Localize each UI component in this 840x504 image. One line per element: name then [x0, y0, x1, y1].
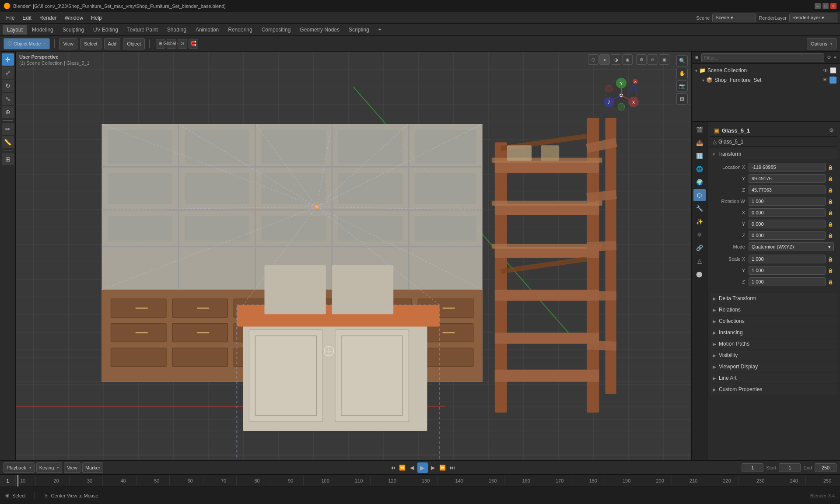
- world-props-btn[interactable]: 🌍: [693, 176, 706, 188]
- rotation-w-lock[interactable]: 🔒: [827, 198, 834, 205]
- location-x-lock[interactable]: 🔒: [827, 164, 834, 171]
- solid-mode-btn[interactable]: ●: [599, 54, 610, 65]
- tab-animation[interactable]: Animation: [191, 25, 223, 35]
- options-button[interactable]: Options ▾: [807, 38, 836, 49]
- color-tag[interactable]: [830, 77, 836, 84]
- viewport-gizmo[interactable]: Y X Z ✕: [604, 78, 639, 113]
- view-layer-props-btn[interactable]: 🔢: [693, 150, 706, 162]
- transform-section-header[interactable]: ▾ Transform: [710, 149, 837, 159]
- annotate-tool[interactable]: ✏: [2, 123, 14, 135]
- measure-tool[interactable]: 📏: [2, 136, 14, 148]
- collections-section[interactable]: ▶ Collections: [710, 316, 837, 326]
- menu-file[interactable]: File: [3, 14, 18, 22]
- scale-x-lock[interactable]: 🔒: [827, 256, 834, 262]
- delta-transform-section[interactable]: ▶ Delta Transform: [710, 293, 837, 304]
- scale-tool[interactable]: ⤡: [2, 93, 14, 105]
- data-props-btn[interactable]: △: [693, 255, 706, 267]
- next-keyframe-btn[interactable]: ▶: [429, 463, 438, 472]
- keying-menu[interactable]: Keying ▾: [36, 462, 63, 473]
- add-primitive-tool[interactable]: ⊞: [2, 153, 14, 165]
- rotation-y-value[interactable]: 0.000: [749, 220, 826, 228]
- viewport-hand-icon[interactable]: ✋: [676, 68, 688, 79]
- transform-tool[interactable]: ⊕: [2, 106, 14, 118]
- tab-texture-paint[interactable]: Texture Paint: [123, 25, 162, 35]
- location-y-value[interactable]: 99.49176: [749, 174, 826, 183]
- motion-paths-section[interactable]: ▶ Motion Paths: [710, 339, 837, 349]
- exclude-icon[interactable]: ⬜: [830, 67, 836, 74]
- scene-selector[interactable]: Scene ▾: [712, 14, 756, 22]
- jump-start-btn[interactable]: ⏮: [388, 463, 397, 472]
- constraints-props-btn[interactable]: 🔗: [693, 242, 706, 254]
- modifier-props-btn[interactable]: 🔧: [693, 202, 706, 214]
- scale-z-value[interactable]: 1.000: [749, 277, 826, 286]
- move-tool[interactable]: ⤢: [2, 66, 14, 79]
- maximize-button[interactable]: □: [822, 3, 829, 9]
- relations-section[interactable]: ▶ Relations: [710, 304, 837, 315]
- xray-btn[interactable]: ▣: [659, 54, 669, 65]
- scene-props-btn[interactable]: 🌐: [693, 163, 706, 175]
- prev-keyframe-btn[interactable]: ◀: [408, 463, 416, 472]
- mode-selector[interactable]: ⬡ Object Mode ▾: [4, 38, 50, 49]
- minimize-button[interactable]: ─: [815, 3, 821, 9]
- custom-properties-section[interactable]: ▶ Custom Properties: [710, 384, 837, 395]
- next-frame-btn[interactable]: ⏩: [438, 463, 447, 472]
- location-x-value[interactable]: -119.68985: [749, 163, 826, 172]
- menu-help[interactable]: Help: [88, 14, 105, 22]
- menu-edit[interactable]: Edit: [19, 14, 35, 22]
- render-mode-btn[interactable]: ◉: [622, 54, 633, 65]
- object-settings-icon[interactable]: ⚙: [829, 127, 834, 133]
- instancing-section[interactable]: ▶ Instancing: [710, 327, 837, 338]
- rotation-y-lock[interactable]: 🔒: [827, 220, 834, 228]
- start-frame-input[interactable]: [779, 463, 801, 472]
- location-z-value[interactable]: 45.77063: [749, 186, 826, 194]
- menu-window[interactable]: Window: [61, 14, 87, 22]
- tab-geometry-nodes[interactable]: Geometry Nodes: [295, 25, 344, 35]
- rotation-z-value[interactable]: 0.000: [749, 231, 826, 240]
- tab-compositing[interactable]: Compositing: [257, 25, 295, 35]
- add-menu[interactable]: Add: [104, 38, 121, 49]
- tab-uv-editing[interactable]: UV Editing: [89, 25, 122, 35]
- output-props-btn[interactable]: 📤: [693, 136, 706, 149]
- overlay-btn[interactable]: ⊛: [648, 54, 658, 65]
- rotation-mode-select[interactable]: Quaternion (WXYZ) ▾: [749, 242, 834, 251]
- transform-global-btn[interactable]: Global ▾: [167, 39, 176, 49]
- rotation-x-lock[interactable]: 🔒: [827, 209, 834, 216]
- rotate-tool[interactable]: ↻: [2, 80, 14, 92]
- render-props-btn[interactable]: 🎬: [693, 123, 706, 136]
- tab-layout[interactable]: Layout: [3, 25, 27, 35]
- menu-render[interactable]: Render: [36, 14, 60, 22]
- object-props-btn[interactable]: ⬡: [693, 189, 706, 201]
- outliner-search[interactable]: [701, 53, 824, 62]
- particles-props-btn[interactable]: ✨: [693, 215, 706, 228]
- cursor-tool[interactable]: ✛: [2, 53, 14, 66]
- outliner-item-shop-furniture[interactable]: ▾ 📦 Shop_Furniture_Set 👁: [699, 75, 840, 85]
- select-menu[interactable]: Select: [80, 38, 102, 49]
- view-menu[interactable]: View: [59, 38, 77, 49]
- current-frame-input[interactable]: [742, 463, 763, 472]
- wireframe-mode-btn[interactable]: ⬡: [588, 54, 598, 65]
- visibility-section[interactable]: ▶ Visibility: [710, 350, 837, 360]
- scale-y-lock[interactable]: 🔒: [827, 267, 834, 274]
- viewport-display-section[interactable]: ▶ Viewport Display: [710, 361, 837, 372]
- end-frame-input[interactable]: [815, 463, 836, 472]
- rotation-x-value[interactable]: 0.000: [749, 208, 826, 217]
- tab-modeling[interactable]: Modeling: [28, 25, 58, 35]
- viewport-camera-icon[interactable]: 📷: [676, 80, 688, 92]
- close-button[interactable]: ✕: [830, 3, 836, 9]
- tab-rendering[interactable]: Rendering: [224, 25, 256, 35]
- viewport[interactable]: User Perspective (1) Scene Collection | …: [16, 52, 691, 460]
- rotation-z-lock[interactable]: 🔒: [827, 232, 834, 239]
- playback-menu[interactable]: Playback ▾: [4, 462, 35, 473]
- tab-sculpting[interactable]: Sculpting: [58, 25, 88, 35]
- material-mode-btn[interactable]: ◑: [611, 54, 621, 65]
- object-menu[interactable]: Object: [123, 38, 145, 49]
- rotation-w-value[interactable]: 1.000: [749, 197, 826, 206]
- marker-menu[interactable]: Marker: [82, 462, 103, 473]
- proportional-btn[interactable]: ⊙: [178, 39, 187, 49]
- line-art-section[interactable]: ▶ Line Art: [710, 373, 837, 383]
- visibility-icon-2[interactable]: 👁: [822, 77, 828, 84]
- tab-shading[interactable]: Shading: [163, 25, 191, 35]
- location-z-lock[interactable]: 🔒: [827, 186, 834, 193]
- play-btn[interactable]: ▶: [417, 462, 428, 473]
- jump-end-btn[interactable]: ⏭: [448, 463, 457, 472]
